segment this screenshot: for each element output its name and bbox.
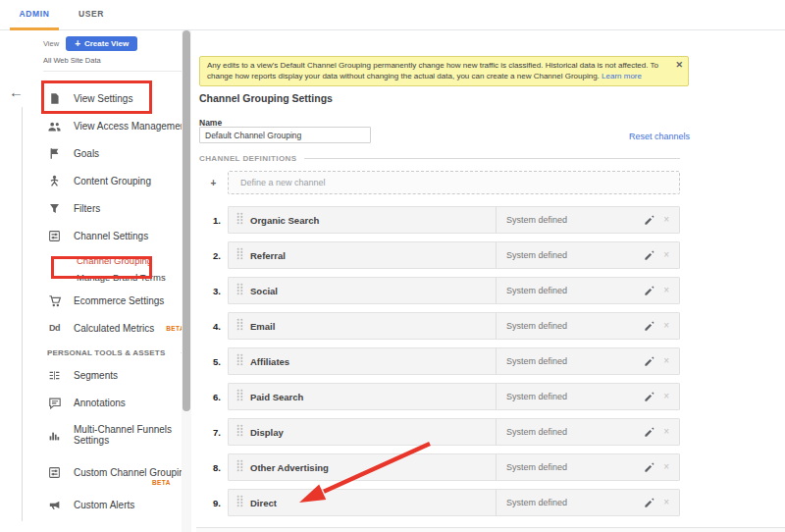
sidebar-item[interactable]: Channel Grouping <box>47 253 186 267</box>
drag-handle-icon[interactable] <box>236 494 243 511</box>
edit-pencil-icon[interactable] <box>644 250 654 261</box>
tab-user[interactable]: USER <box>73 0 110 30</box>
channel-list: 1. Organic Search System defined × 2. <box>199 206 680 524</box>
tab-admin[interactable]: ADMIN <box>10 0 59 30</box>
channel-box[interactable]: Paid Search System defined × <box>228 383 680 410</box>
sidebar-item[interactable]: Channel Settings <box>47 226 186 245</box>
close-icon[interactable]: ✕ <box>675 60 683 71</box>
remove-x-icon[interactable]: × <box>663 498 669 507</box>
channel-box[interactable]: Social System defined × <box>228 277 680 304</box>
admin-sidebar: View + Create View All Web Site Data ← V… <box>0 30 196 532</box>
row-divider <box>496 384 497 409</box>
remove-x-icon[interactable]: × <box>663 215 669 225</box>
drag-handle-icon[interactable] <box>236 423 243 441</box>
remove-x-icon[interactable]: × <box>663 356 669 366</box>
remove-x-icon[interactable]: × <box>663 286 669 295</box>
sidebar-item[interactable]: Segments <box>47 365 186 385</box>
row-divider <box>496 242 497 268</box>
sidebar-item[interactable]: Multi-Channel Funnels Settings <box>47 420 186 450</box>
drag-handle-icon[interactable] <box>236 317 243 335</box>
edit-pencil-icon[interactable] <box>644 498 654 508</box>
main-content: Any edits to a view's Default Channel Gr… <box>196 30 785 532</box>
sidebar-item[interactable]: Ecommerce Settings <box>47 291 186 310</box>
channel-box[interactable]: Direct System defined × <box>228 489 680 516</box>
edit-pencil-icon[interactable] <box>644 427 654 438</box>
remove-x-icon[interactable]: × <box>663 427 669 437</box>
sidebar-item[interactable]: Custom Channel Grouping BETA <box>47 457 186 487</box>
drag-handle-icon[interactable] <box>236 211 243 229</box>
define-new-channel-box[interactable]: Define a new channel <box>228 171 680 194</box>
remove-x-icon[interactable]: × <box>663 392 669 401</box>
remove-x-icon[interactable]: × <box>663 321 669 331</box>
drag-handle-icon[interactable] <box>236 246 243 264</box>
sidebar-item[interactable]: Annotations <box>47 393 186 412</box>
learn-more-link[interactable]: Learn more <box>602 72 642 80</box>
row-divider <box>496 207 497 233</box>
sidebar-item[interactable]: PERSONAL TOOLS & ASSETS <box>47 346 186 359</box>
flag-icon <box>47 146 62 161</box>
channel-row: 2. Referral System defined × <box>199 241 680 269</box>
channel-row: 7. Display System defined × <box>199 418 680 446</box>
dd-icon: Dd <box>47 321 62 336</box>
megaphone-icon <box>47 498 62 512</box>
segments-icon <box>47 368 62 383</box>
channel-box[interactable]: Display System defined × <box>228 418 680 446</box>
drag-handle-icon[interactable] <box>236 458 243 476</box>
channel-status: System defined <box>506 498 644 507</box>
edit-pencil-icon[interactable] <box>644 462 654 473</box>
edit-pencil-icon[interactable] <box>644 321 654 332</box>
channel-row: 3. Social System defined × <box>199 277 680 304</box>
sidebar-item[interactable]: View Access Management <box>47 116 186 135</box>
channel-status: System defined <box>506 215 644 225</box>
sidebar-item[interactable]: Manage Brand Terms <box>47 270 186 284</box>
channel-box[interactable]: Affiliates System defined × <box>228 347 680 375</box>
channel-number: 8. <box>199 462 221 473</box>
channel-status: System defined <box>506 356 644 366</box>
channel-row: 4. Email System defined × <box>199 312 680 340</box>
sidebar-scrollbar-thumb[interactable] <box>183 30 190 411</box>
channel-status: System defined <box>506 392 644 401</box>
channel-box[interactable]: Other Advertising System defined × <box>228 453 680 481</box>
edit-pencil-icon[interactable] <box>644 392 654 402</box>
sidebar-item[interactable]: Filters <box>47 198 186 218</box>
drag-handle-icon[interactable] <box>236 282 243 299</box>
grouping-name-input[interactable] <box>199 127 371 143</box>
define-new-channel-placeholder: Define a new channel <box>240 178 326 187</box>
reset-channels-link[interactable]: Reset channels <box>629 132 690 141</box>
sidebar-item[interactable]: Dd Calculated Metrics BETA <box>47 318 186 338</box>
define-new-channel-row: + Define a new channel <box>199 171 680 194</box>
back-arrow-icon[interactable]: ← <box>9 82 24 102</box>
channel-row: 9. Direct System defined × <box>199 489 680 516</box>
channel-number: 4. <box>199 321 221 332</box>
channel-number: 3. <box>199 286 221 296</box>
edit-pencil-icon[interactable] <box>644 286 654 296</box>
drag-handle-icon[interactable] <box>236 388 243 405</box>
channel-status: System defined <box>506 462 644 472</box>
channel-settings-icon <box>47 229 62 243</box>
current-view-name[interactable]: All Web Site Data <box>43 56 185 72</box>
top-tab-bar: ADMIN USER <box>0 0 785 30</box>
sidebar-item[interactable]: Custom Alerts <box>47 495 186 514</box>
channel-box[interactable]: Email System defined × <box>228 312 680 340</box>
edit-pencil-icon[interactable] <box>644 215 654 226</box>
sidebar-nav: View Settings View Access Management Goa… <box>47 88 186 522</box>
channel-name: Organic Search <box>250 215 496 226</box>
warning-banner: Any edits to a view's Default Channel Gr… <box>199 56 689 86</box>
sidebar-item[interactable]: View Settings <box>47 88 186 108</box>
edit-pencil-icon[interactable] <box>644 356 654 367</box>
beta-badge: BETA <box>152 479 171 486</box>
cart-icon <box>47 293 62 308</box>
add-channel-plus-icon[interactable]: + <box>199 178 228 188</box>
drag-handle-icon[interactable] <box>236 352 243 370</box>
channel-box[interactable]: Organic Search System defined × <box>228 206 680 234</box>
remove-x-icon[interactable]: × <box>663 250 669 260</box>
sidebar-item[interactable]: Goals <box>47 143 186 163</box>
sidebar-item[interactable]: Content Grouping <box>47 171 186 190</box>
create-view-button[interactable]: + Create View <box>66 36 137 51</box>
create-view-label: Create View <box>84 39 129 48</box>
channel-number: 6. <box>199 392 221 402</box>
page-title: Channel Grouping Settings <box>199 92 333 104</box>
channel-box[interactable]: Referral System defined × <box>228 241 680 269</box>
channel-name: Direct <box>250 498 496 508</box>
remove-x-icon[interactable]: × <box>663 462 669 472</box>
